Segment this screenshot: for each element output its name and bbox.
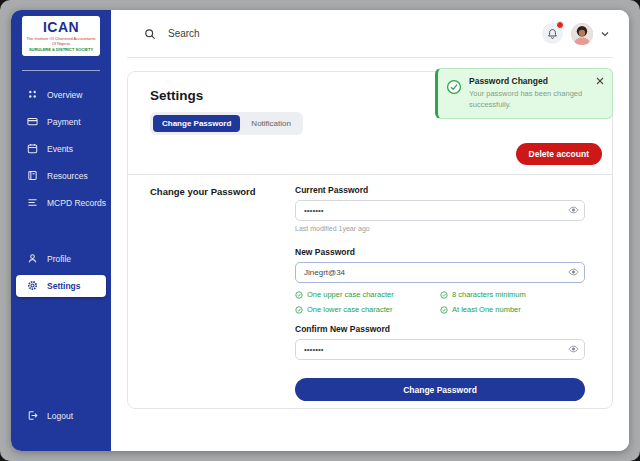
current-password-label: Current Password <box>295 185 585 195</box>
delete-account-row: Delete account <box>128 143 602 165</box>
app-window: ICAN The Institute Of Chartered Accounta… <box>11 10 629 451</box>
section-label: Change your Password <box>150 185 295 401</box>
sidebar-item-label: Resources <box>47 171 88 181</box>
grid-dots-icon <box>27 89 38 102</box>
toast-title: Password Changed <box>469 76 588 86</box>
last-modified-text: Last modified 1year ago <box>295 225 585 232</box>
sidebar-item-overview[interactable]: Overview <box>16 84 106 106</box>
sidebar-item-label: Profile <box>47 254 71 264</box>
main-area: Password Changed Your password has been … <box>111 10 629 451</box>
sidebar-item-settings[interactable]: Settings <box>16 275 106 297</box>
sidebar-item-label: MCPD Records <box>47 198 106 208</box>
search-input[interactable] <box>166 27 320 40</box>
rule-min-characters: 8 characters minimum <box>440 290 585 299</box>
calendar-icon <box>27 143 38 156</box>
rule-upper-case: One upper case character <box>295 290 440 299</box>
logo-society-name: SURULERE & DISTRICT SOCIETY <box>24 47 98 52</box>
notifications-button[interactable] <box>542 23 563 44</box>
ican-logo: ICAN The Institute Of Chartered Accounta… <box>22 16 100 56</box>
card-icon <box>27 116 38 129</box>
search-icon <box>144 28 156 40</box>
desktop-background: ICAN The Institute Of Chartered Accounta… <box>0 0 640 461</box>
avatar[interactable] <box>571 23 593 45</box>
password-rules-col-left: One upper case character One lower case … <box>295 290 440 314</box>
new-password-wrap <box>295 261 585 283</box>
new-password-label: New Password <box>295 247 585 257</box>
bell-icon <box>547 28 558 40</box>
sidebar-divider <box>22 70 100 71</box>
sidebar-item-label: Overview <box>47 90 82 100</box>
sidebar-item-profile[interactable]: Profile <box>16 248 106 270</box>
logo-full-name: The Institute Of Chartered Accountants O… <box>24 36 98 46</box>
change-password-button[interactable]: Change Password <box>295 378 585 401</box>
new-password-input[interactable] <box>295 262 585 283</box>
sidebar-item-label: Payment <box>47 117 81 127</box>
toast-password-changed: Password Changed Your password has been … <box>435 68 613 119</box>
top-bar <box>127 10 613 58</box>
tab-notification[interactable]: Notification <box>242 115 300 132</box>
current-password-input[interactable] <box>295 200 585 221</box>
rule-label: At least One number <box>452 305 521 314</box>
rule-label: One upper case character <box>307 290 394 299</box>
gear-icon <box>27 280 38 293</box>
logout-icon <box>27 410 38 423</box>
confirm-password-label: Confirm New Password <box>295 324 585 334</box>
sidebar-item-resources[interactable]: Resources <box>16 165 106 187</box>
new-password-eye-icon[interactable] <box>565 264 582 279</box>
sidebar-item-logout[interactable]: Logout <box>16 405 106 427</box>
tab-change-password[interactable]: Change Password <box>153 115 240 132</box>
header-actions <box>542 23 609 45</box>
chevron-down-icon[interactable] <box>601 31 609 37</box>
toast-body: Password Changed Your password has been … <box>469 76 588 110</box>
form-fields: Current Password Last modified 1year ago… <box>295 185 585 401</box>
settings-card: Settings Change Password Notification De… <box>127 71 613 409</box>
sidebar-item-label: Settings <box>47 281 81 291</box>
sidebar-item-mcpd-records[interactable]: MCPD Records <box>16 192 106 214</box>
rule-lower-case: One lower case character <box>295 305 440 314</box>
sidebar-spacer <box>11 219 111 248</box>
check-circle-icon <box>446 79 462 99</box>
sidebar-item-label: Logout <box>47 411 73 421</box>
password-rules: One upper case character One lower case … <box>295 290 585 314</box>
rule-label: 8 characters minimum <box>452 290 526 299</box>
book-icon <box>27 170 38 183</box>
rule-one-number: At least One number <box>440 305 585 314</box>
rule-label: One lower case character <box>307 305 392 314</box>
person-icon <box>27 253 38 266</box>
settings-tabs: Change Password Notification <box>150 112 303 135</box>
sidebar-item-label: Events <box>47 144 73 154</box>
password-rules-col-right: 8 characters minimum At least One number <box>440 290 585 314</box>
close-icon[interactable] <box>595 76 605 86</box>
confirm-password-input[interactable] <box>295 339 585 360</box>
list-icon <box>27 197 38 210</box>
delete-account-button[interactable]: Delete account <box>516 143 602 165</box>
notification-badge <box>556 21 564 29</box>
current-password-eye-icon[interactable] <box>565 202 582 217</box>
current-password-wrap <box>295 199 585 221</box>
logo-acronym: ICAN <box>24 21 98 34</box>
sidebar-nav: Overview Payment Events Resources MCPD R… <box>11 84 111 302</box>
sidebar-item-payment[interactable]: Payment <box>16 111 106 133</box>
confirm-password-wrap <box>295 338 585 360</box>
sidebar-item-events[interactable]: Events <box>16 138 106 160</box>
toast-message: Your password has been changed successfu… <box>469 89 588 110</box>
sidebar: ICAN The Institute Of Chartered Accounta… <box>11 10 111 451</box>
change-password-form: Change your Password Current Password La… <box>128 175 612 401</box>
confirm-password-eye-icon[interactable] <box>565 341 582 356</box>
